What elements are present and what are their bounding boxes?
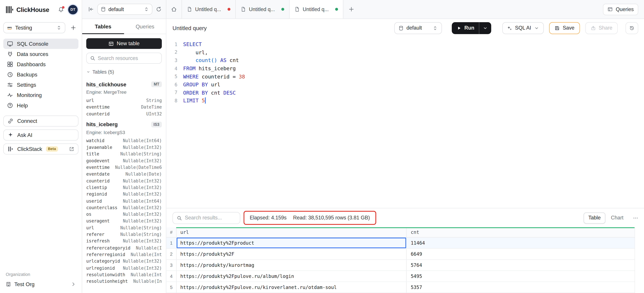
- column-header-cnt[interactable]: cnt: [406, 227, 634, 237]
- table-row[interactable]: 4https://produkty%2Fpulove.ru/album/logi…: [166, 271, 634, 282]
- results-search[interactable]: [172, 212, 240, 224]
- cell-url[interactable]: https://produkty/kurortmag: [176, 260, 406, 270]
- table-row[interactable]: 1https://produkty%2Fproduct11464: [166, 237, 634, 249]
- column-name: counterclass: [86, 204, 118, 211]
- column-type: Nullable(String): [120, 231, 162, 238]
- organization-selector[interactable]: Test Org: [6, 281, 76, 287]
- sidebar-item-backups[interactable]: Backups: [3, 69, 78, 80]
- new-table-label: New table: [117, 41, 140, 46]
- more-options-button[interactable]: [633, 215, 638, 221]
- run-options-button[interactable]: [479, 22, 491, 34]
- cell-cnt[interactable]: 5495: [406, 271, 634, 281]
- column-type: Nullable(DateTime6: [115, 164, 162, 171]
- table-entry-header[interactable]: hits_icebergIS3: [86, 120, 162, 129]
- new-table-button[interactable]: New table: [86, 38, 162, 49]
- cell-url[interactable]: https://produkty%2F: [176, 249, 406, 259]
- save-button[interactable]: Save: [549, 22, 580, 34]
- query-tab[interactable]: Untitled q...: [182, 0, 236, 19]
- view-toggle-chart[interactable]: Chart: [606, 212, 628, 223]
- column-name: watchid: [86, 137, 104, 144]
- search-icon: [90, 56, 95, 61]
- query-tab[interactable]: Untitled q...: [290, 0, 343, 19]
- sidebar-item-monitoring[interactable]: Monitoring: [3, 90, 78, 100]
- new-tab-button[interactable]: [343, 0, 359, 19]
- query-tab[interactable]: Untitled q...: [236, 0, 290, 19]
- column-row: osNullable(Int32): [86, 211, 162, 218]
- run-button-main[interactable]: Run: [452, 22, 479, 34]
- queries-button[interactable]: Queries: [603, 4, 638, 15]
- table-entry-header[interactable]: hits_clickhouseMT: [86, 80, 162, 88]
- notifications-button[interactable]: [58, 7, 64, 13]
- sidebar-item-dashboards[interactable]: Dashboards: [3, 59, 78, 69]
- tables-list: hits_clickhouseMTEngine: MergeTreeurlStr…: [82, 75, 166, 293]
- code-line[interactable]: 4FROM hits_iceberg: [166, 65, 644, 73]
- tables-group-header[interactable]: Tables (5): [86, 69, 162, 75]
- view-toggle-table[interactable]: Table: [584, 212, 606, 223]
- clickhouse-logo-icon[interactable]: [6, 6, 14, 13]
- column-name: userid: [86, 198, 102, 204]
- resource-tab-tables[interactable]: Tables: [82, 19, 124, 34]
- database-selector[interactable]: default: [97, 4, 152, 15]
- cell-index[interactable]: 5: [166, 285, 176, 290]
- cell-url[interactable]: https://produkty%2Fpulove.ru/kiroverlane…: [176, 282, 406, 293]
- cell-index[interactable]: 1: [166, 240, 176, 245]
- sidebar-item-data-sources[interactable]: Data sources: [3, 49, 78, 59]
- cell-cnt[interactable]: 6649: [406, 249, 634, 259]
- collapse-panel-icon[interactable]: [88, 6, 94, 13]
- code-line[interactable]: 7ORDER BY cnt DESC: [166, 89, 644, 97]
- sidebar-item-clickstack[interactable]: ClickStackBeta: [3, 143, 78, 155]
- sidebar-item-sql-console[interactable]: SQL Console: [3, 39, 78, 49]
- cell-url[interactable]: https://produkty%2Fpulove.ru/album/login: [176, 271, 406, 281]
- code-line[interactable]: 3 count() AS cnt: [166, 57, 644, 65]
- body: TablesQueries New table Tables (5) hits_…: [82, 19, 644, 293]
- resource-tab-queries[interactable]: Queries: [124, 19, 166, 34]
- table-row[interactable]: 5https://produkty%2Fpulove.ru/kiroverlan…: [166, 282, 634, 293]
- table-engine: Engine: MergeTree: [86, 90, 162, 94]
- resource-search-input[interactable]: [98, 55, 158, 61]
- run-button[interactable]: Run: [452, 22, 491, 34]
- cell-cnt[interactable]: 11464: [406, 237, 634, 248]
- results-search-input[interactable]: [185, 215, 236, 221]
- code-line[interactable]: 1SELECT: [166, 40, 644, 48]
- line-number: 8: [166, 98, 178, 104]
- refresh-icon[interactable]: [156, 6, 162, 13]
- sql-editor[interactable]: 1SELECT2 url,3 count() AS cnt4FROM hits_…: [166, 37, 644, 208]
- view-toggle: TableChart: [584, 212, 628, 223]
- column-row: urlcategoryidNullable(Int32): [86, 258, 162, 264]
- column-type: Nullable(In: [133, 278, 162, 284]
- code-line[interactable]: 8LIMIT 5: [166, 97, 644, 105]
- settings-icon: [7, 82, 13, 88]
- code-line[interactable]: 2 url,: [166, 48, 644, 57]
- cell-index[interactable]: 4: [166, 274, 176, 278]
- cell-index[interactable]: 2: [166, 251, 176, 256]
- workspace-selector[interactable]: aws Testing: [3, 22, 65, 33]
- save-icon: [554, 25, 560, 31]
- resource-search[interactable]: [86, 53, 162, 64]
- share-button[interactable]: Share: [585, 22, 618, 34]
- cell-index[interactable]: 3: [166, 262, 176, 267]
- column-header-index[interactable]: #: [166, 230, 176, 235]
- organization-name: Test Org: [14, 281, 34, 287]
- sidebar-item-help[interactable]: Help: [3, 100, 78, 111]
- add-service-button[interactable]: [68, 22, 78, 33]
- user-avatar[interactable]: DT: [68, 5, 78, 14]
- code-line[interactable]: 6GROUP BY url: [166, 81, 644, 89]
- history-button[interactable]: [626, 22, 638, 34]
- svg-text:aws: aws: [8, 26, 12, 29]
- sidebar-item-ask-ai[interactable]: Ask AI: [3, 130, 78, 141]
- sidebar-item-connect[interactable]: Connect: [3, 115, 78, 127]
- column-header-url[interactable]: url: [176, 227, 406, 237]
- history-icon: [629, 25, 634, 31]
- column-name: resolutionwidth: [86, 271, 125, 278]
- home-tab[interactable]: [166, 0, 182, 19]
- cell-cnt[interactable]: 5764: [406, 260, 634, 270]
- table-row[interactable]: 3https://produkty/kurortmag5764: [166, 260, 634, 271]
- editor-database-selector[interactable]: default: [394, 22, 442, 34]
- code-line[interactable]: 5WHERE counterid = 38: [166, 72, 644, 81]
- column-name: resolutionheight: [86, 278, 128, 284]
- table-row[interactable]: 2https://produkty%2F6649: [166, 249, 634, 260]
- selected-cell[interactable]: https://produkty%2Fproduct: [176, 237, 406, 248]
- cell-cnt[interactable]: 5357: [406, 282, 634, 293]
- sql-ai-button[interactable]: SQL AI: [502, 22, 544, 34]
- sidebar-item-settings[interactable]: Settings: [3, 80, 78, 90]
